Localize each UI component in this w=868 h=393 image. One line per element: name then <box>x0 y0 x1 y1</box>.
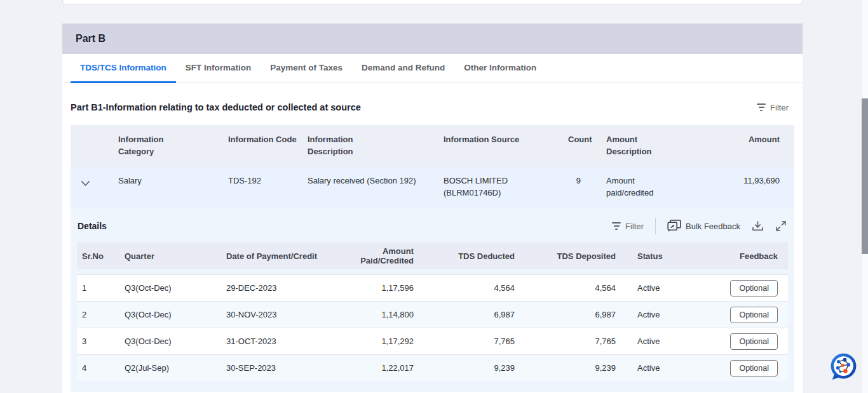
summary-filter-button[interactable]: Filter <box>757 103 794 112</box>
col-information-code: Information Code <box>228 133 308 145</box>
cell-amount-paid: 1,14,800 <box>331 301 419 328</box>
expand-button[interactable] <box>775 220 787 232</box>
cell-information-source: BOSCH LIMITED (BLRM01746D) <box>444 175 532 199</box>
cell-tds-deducted: 6,987 <box>419 301 521 328</box>
feedback-optional-button[interactable]: Optional <box>730 307 778 323</box>
row-expander[interactable] <box>71 167 118 208</box>
details-toolbar: Filter Bulk Feedback <box>612 218 787 234</box>
details-header-row: Sr.No Quarter Date of Payment/Credit Amo… <box>77 243 788 269</box>
cell-information-category: Salary <box>118 167 228 208</box>
cell-quarter: Q2(Jul-Sep) <box>125 354 226 381</box>
tab-label: Payment of Taxes <box>270 63 342 72</box>
scrollbar-thumb[interactable] <box>862 98 868 254</box>
tab-demand-and-refund[interactable]: Demand and Refund <box>352 54 454 83</box>
cell-sr-no: 2 <box>77 301 125 328</box>
summary-row-salary: Salary TDS-192 Salary received (Section … <box>71 167 794 208</box>
filter-label: Filter <box>770 103 789 112</box>
cell-amount-description: Amount paid/credited <box>606 175 658 199</box>
details-table: Sr.No Quarter Date of Payment/Credit Amo… <box>77 243 788 381</box>
expand-icon <box>775 220 787 232</box>
details-filter-button[interactable]: Filter <box>612 222 644 231</box>
cell-date: 30-SEP-2023 <box>226 354 331 381</box>
cell-tds-deducted: 7,765 <box>419 328 521 354</box>
expander-column-header <box>71 125 118 167</box>
cell-information-code: TDS-192 <box>228 167 308 208</box>
cell-quarter: Q3(Oct-Dec) <box>125 274 226 301</box>
part-b-card: Part B TDS/TCS Information SFT Informati… <box>62 23 803 393</box>
bulk-feedback-icon <box>667 220 681 232</box>
details-title: Details <box>78 221 107 231</box>
feedback-optional-button[interactable]: Optional <box>730 333 778 350</box>
cell-date: 31-OCT-2023 <box>226 328 331 354</box>
col-amount: Amount <box>749 133 780 145</box>
details-header: Details Filter Bulk Feed <box>77 214 788 243</box>
cell-amount-paid: 1,17,292 <box>331 328 419 354</box>
col-status: Status <box>622 243 693 269</box>
col-amount-paid: Amount Paid/Credited <box>331 243 419 269</box>
col-sr-no: Sr.No <box>77 243 125 269</box>
filter-icon <box>757 103 766 111</box>
tab-label: Demand and Refund <box>362 63 445 72</box>
section-title: Part B1-Information relating to tax dedu… <box>71 102 361 112</box>
bulk-feedback-label: Bulk Feedback <box>686 222 740 231</box>
col-feedback: Feedback <box>693 243 788 269</box>
cell-tds-deposited: 7,765 <box>521 328 622 354</box>
cell-sr-no: 1 <box>77 274 125 301</box>
cell-count: 9 <box>568 167 606 208</box>
summary-header-row: Information Category Information Code In… <box>71 125 794 167</box>
table-spacer <box>77 269 788 274</box>
feedback-optional-button[interactable]: Optional <box>730 360 778 376</box>
col-information-description: Information Description <box>308 133 368 157</box>
cell-amount-paid: 1,22,017 <box>331 354 419 381</box>
cell-status: Active <box>622 354 693 381</box>
chevron-down-icon <box>81 181 90 186</box>
cell-date: 29-DEC-2023 <box>226 274 331 301</box>
previous-card-bottom-edge <box>62 0 803 5</box>
tab-payment-of-taxes[interactable]: Payment of Taxes <box>261 54 352 83</box>
feedback-optional-button[interactable]: Optional <box>730 280 778 296</box>
details-panel: Details Filter Bulk Feed <box>71 208 794 392</box>
scrollbar-track[interactable] <box>862 0 868 393</box>
download-button[interactable] <box>752 220 764 232</box>
cell-quarter: Q3(Oct-Dec) <box>125 301 226 328</box>
cell-tds-deducted: 4,564 <box>419 274 521 301</box>
tab-sft-information[interactable]: SFT Information <box>176 54 261 83</box>
cell-date: 30-NOV-2023 <box>226 301 331 328</box>
toolbar-divider <box>655 218 656 234</box>
tab-label: TDS/TCS Information <box>80 63 166 72</box>
cell-amount-paid: 1,17,596 <box>331 274 419 301</box>
tab-tds-tcs-information[interactable]: TDS/TCS Information <box>71 54 176 83</box>
ais-portal-page: { "colors": { "accent": "#1a73e8", "part… <box>0 0 868 393</box>
cell-tds-deducted: 9,239 <box>419 354 521 381</box>
bulk-feedback-button[interactable]: Bulk Feedback <box>667 220 740 232</box>
cell-sr-no: 4 <box>77 354 125 381</box>
details-row-2: 2 Q3(Oct-Dec) 30-NOV-2023 1,14,800 6,987… <box>77 301 788 328</box>
filter-label: Filter <box>625 222 644 231</box>
col-tds-deducted: TDS Deducted <box>419 243 521 269</box>
cell-quarter: Q3(Oct-Dec) <box>125 328 226 354</box>
cell-status: Active <box>622 328 693 354</box>
part-b-title: Part B <box>76 33 105 44</box>
col-amount-description: Amount Description <box>606 133 667 157</box>
download-icon <box>752 220 764 232</box>
cell-status: Active <box>622 301 693 328</box>
chatbot-icon <box>828 352 858 382</box>
cell-tds-deposited: 6,987 <box>521 301 622 328</box>
chatbot-button[interactable] <box>828 352 858 382</box>
col-quarter: Quarter <box>125 243 226 269</box>
col-information-category: Information Category <box>118 133 179 157</box>
cell-information-description: Salary received (Section 192) <box>308 167 444 208</box>
col-count: Count <box>568 133 592 145</box>
summary-table: Information Category Information Code In… <box>71 125 794 208</box>
details-row-1: 1 Q3(Oct-Dec) 29-DEC-2023 1,17,596 4,564… <box>77 274 788 301</box>
col-tds-deposited: TDS Deposited <box>521 243 622 269</box>
col-information-source: Information Source <box>444 133 568 145</box>
details-row-4: 4 Q2(Jul-Sep) 30-SEP-2023 1,22,017 9,239… <box>77 354 788 381</box>
section-header: Part B1-Information relating to tax dedu… <box>71 102 794 112</box>
tab-other-information[interactable]: Other Information <box>454 54 546 83</box>
tab-label: Other Information <box>464 63 536 72</box>
cell-amount: 11,93,690 <box>714 167 794 208</box>
tab-label: SFT Information <box>186 63 252 72</box>
filter-icon <box>612 222 621 230</box>
details-row-3: 3 Q3(Oct-Dec) 31-OCT-2023 1,17,292 7,765… <box>77 328 788 354</box>
